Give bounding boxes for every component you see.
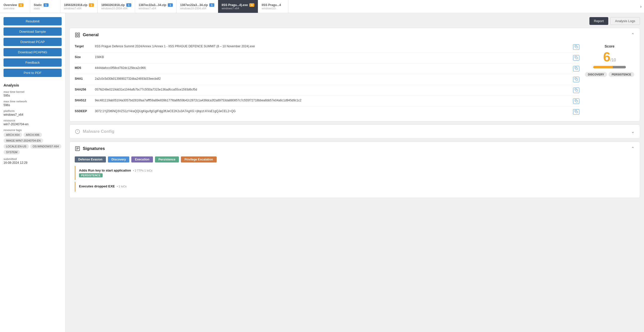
content-area: Report Analysis Logs General ⌃ Target II… <box>65 13 644 332</box>
analysis-submitted: submitted 16-08-2024 12:29 <box>4 157 62 164</box>
score-tag: PERSISTENCE <box>609 72 634 77</box>
svg-rect-3 <box>78 35 79 37</box>
sig-item-title: Executes dropped EXE <box>79 184 115 188</box>
resource-tag: ARCH:X64 <box>4 133 22 137</box>
svg-rect-2 <box>75 35 77 37</box>
general-icon <box>75 32 80 38</box>
tab-zip1-win10[interactable]: 18563261918.zip1windows10-2004-x64 <box>98 0 135 13</box>
resource-tag: IMAGE:WIN7-20240704-EN <box>4 138 43 143</box>
resource-tag: SYSTEM <box>4 150 20 154</box>
tab-scroll-right[interactable]: › <box>638 0 644 13</box>
malware-config-collapse-icon[interactable]: ⌄ <box>631 129 635 134</box>
report-button[interactable]: Report <box>589 17 608 25</box>
svg-rect-4 <box>576 46 578 48</box>
analysis-resource: resource win7-20240704-en <box>4 119 62 126</box>
copy-button[interactable] <box>573 77 579 82</box>
tab-zip2-win10[interactable]: 1387ec22a3...34.zip1windows10-2004-x64 <box>177 0 218 13</box>
general-row: SHA256 057fd248e0219dd31e1044afb7bc77c5f… <box>75 85 579 96</box>
sig-badge: PERSISTENCE <box>79 173 103 177</box>
sig-filter-defense-evasion[interactable]: Defense Evasion <box>75 156 106 162</box>
general-field-label: SHA1 <box>75 77 95 80</box>
general-field-value: IISS Prague Defence Summit 2024/Annex 1/… <box>95 44 571 49</box>
general-row: SHA512 9ec481119ab05104a3057bd2816faa7af… <box>75 96 579 107</box>
print-pdf-button[interactable]: Print to PDF <box>4 69 62 77</box>
sig-item-title: Adds Run key to start application <box>79 169 131 172</box>
copy-button[interactable] <box>573 44 579 50</box>
svg-rect-0 <box>75 33 77 34</box>
tab-zip2-win7[interactable]: 1387ec22a3...34.zip1windows7-x64 <box>135 0 177 13</box>
sig-item-header: Adds Run key to start application • 2 TT… <box>79 169 635 172</box>
analysis-logs-button[interactable]: Analysis Logs <box>610 17 640 25</box>
copy-button[interactable] <box>573 109 579 115</box>
signatures-icon <box>75 146 80 151</box>
svg-rect-5 <box>576 57 578 59</box>
general-field-value: 3072:1YjZ0t6NQ3VZS1zY4raQQUgKigu/fgl1glF… <box>95 109 571 113</box>
general-body: Target IISS Prague Defence Summit 2024/A… <box>70 42 640 121</box>
sig-filter-privilege-escalation[interactable]: Privilege Escalation <box>181 156 216 162</box>
download-pcap-button[interactable]: Download PCAP <box>4 38 62 46</box>
resource-tag: OS:WINDOWS7-X64 <box>30 144 61 149</box>
signatures-card-header[interactable]: Signatures ⌃ <box>70 142 640 155</box>
analysis-max-time-network: max time network 596s <box>4 100 62 107</box>
general-card: General ⌃ Target IISS Prague Defence Sum… <box>69 28 640 121</box>
svg-rect-6 <box>576 68 578 70</box>
analysis-max-time-kernel: max time kernel 595s <box>4 90 62 97</box>
sig-item-header: Executes dropped EXE • 1 IoCs <box>79 184 635 188</box>
analysis-platform: platform windows7_x64 <box>4 109 62 116</box>
general-row: Size 158KB <box>75 53 579 63</box>
general-field-value: 2a2c0c5d30b01398902732dba24693d33eecbdf2 <box>95 77 571 81</box>
tab-overview[interactable]: Overview6overview <box>0 0 30 13</box>
general-field-label: Target <box>75 45 95 48</box>
general-row: SHA1 2a2c0c5d30b01398902732dba24693d33ee… <box>75 74 579 85</box>
general-field-value: 158KB <box>95 55 571 59</box>
svg-rect-1 <box>78 33 79 34</box>
sig-filter-persistence[interactable]: Persistence <box>155 156 179 162</box>
general-title: General <box>83 32 99 37</box>
download-pcapng-button[interactable]: Download PCAPNG <box>4 48 62 56</box>
general-row: Target IISS Prague Defence Summit 2024/A… <box>75 42 579 53</box>
copy-button[interactable] <box>573 55 579 61</box>
general-field-label: SHA256 <box>75 88 95 91</box>
svg-rect-10 <box>576 111 578 113</box>
general-row: SSDEEP 3072:1YjZ0t6NQ3VZS1zY4raQQUgKigu/… <box>75 107 579 117</box>
feedback-button[interactable]: Feedback <box>4 58 62 67</box>
signatures-body: Defense EvasionDiscoveryExecutionPersist… <box>70 156 640 198</box>
copy-button[interactable] <box>573 98 579 104</box>
resource-tag: ARCH:X86 <box>23 133 42 137</box>
tab-exe-win7[interactable]: IISS Pragu...4).exe6windows7-x64 <box>218 0 258 13</box>
malware-config-card: Malware Config ⌄ <box>69 124 640 139</box>
signatures-card: Signatures ⌃ Defense EvasionDiscoveryExe… <box>69 142 640 198</box>
malware-config-icon <box>75 129 80 134</box>
tab-static[interactable]: Static1static <box>30 0 60 13</box>
signatures-title: Signatures <box>83 146 105 151</box>
general-field-value: 4444dafccc0f58cd782dc125bca2c966 <box>95 66 571 70</box>
sig-item-meta: • 1 IoCs <box>117 185 127 188</box>
tab-zip1-win7[interactable]: 18563261918.zip6windows7-x64 <box>60 0 98 13</box>
general-field-label: MD5 <box>75 66 95 70</box>
copy-button[interactable] <box>573 66 579 71</box>
svg-rect-8 <box>576 90 578 91</box>
malware-config-title: Malware Config <box>83 129 114 134</box>
general-field-label: SHA512 <box>75 99 95 102</box>
copy-button[interactable] <box>573 88 579 93</box>
general-collapse-icon[interactable]: ⌃ <box>631 32 635 38</box>
general-field-value: 057fd248e0219dd31e1044afb7bc77c5f30a7315… <box>95 88 571 92</box>
sig-filter-discovery[interactable]: Discovery <box>108 156 129 162</box>
score-panel: Score 6 /10 DISCOVERYPERSISTENCE <box>584 42 635 117</box>
tab-exe-win10[interactable]: IISS Pragu...4windows10- <box>258 0 288 13</box>
main-layout: ResubmitDownload SampleDownload PCAPDown… <box>0 13 644 332</box>
download-sample-button[interactable]: Download Sample <box>4 27 62 36</box>
resubmit-button[interactable]: Resubmit <box>4 17 62 25</box>
signatures-collapse-icon[interactable]: ⌃ <box>631 146 635 151</box>
svg-rect-7 <box>576 79 578 80</box>
score-tag: DISCOVERY <box>585 72 607 77</box>
general-card-header[interactable]: General ⌃ <box>70 28 640 42</box>
sig-filter-execution[interactable]: Execution <box>131 156 153 162</box>
malware-config-header[interactable]: Malware Config ⌄ <box>70 125 640 138</box>
general-field-label: Size <box>75 55 95 59</box>
analysis-resource-tags: resource tags ARCH:X64ARCH:X86IMAGE:WIN7… <box>4 129 62 154</box>
sidebar: ResubmitDownload SampleDownload PCAPDown… <box>0 13 65 332</box>
sig-item-meta: • 2 TTPs 1 IoCs <box>133 169 152 172</box>
analysis-section: Analysis max time kernel 595s max time n… <box>4 83 62 164</box>
general-field-label: SSDEEP <box>75 109 95 113</box>
